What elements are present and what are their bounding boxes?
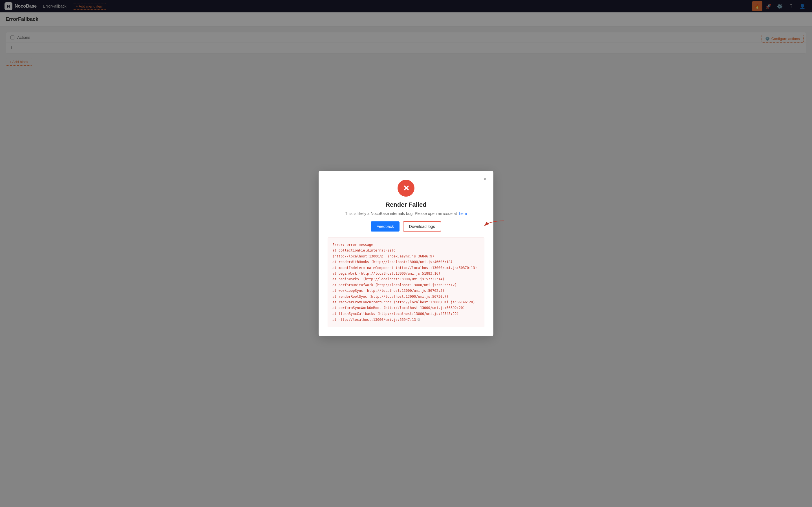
- error-log-line: at renderRootSync (http://localhost:1300…: [333, 294, 479, 299]
- error-log-line: at renderWithHooks (http://localhost:130…: [333, 259, 479, 265]
- arrow-annotation: [481, 218, 507, 232]
- copy-icon[interactable]: ⧉: [417, 317, 420, 323]
- error-log-line: Error: error message: [333, 242, 479, 247]
- modal-error-icon: ✕: [327, 180, 485, 196]
- error-log-line: at performUnitOfWork (http://localhost:1…: [333, 282, 479, 288]
- error-log-line: at flushSyncCallbacks (http://localhost:…: [333, 311, 479, 317]
- modal-subtitle: This is likely a NocoBase internals bug.…: [327, 211, 485, 216]
- download-logs-button[interactable]: Download logs: [403, 221, 441, 231]
- error-log-line: at mountIndeterminateComponent (http://l…: [333, 265, 479, 271]
- error-log-line: at workLoopSync (http://localhost:13000/…: [333, 288, 479, 293]
- modal-title: Render Failed: [327, 201, 485, 209]
- error-log-line: at CollectionFieldInternalField (http://…: [333, 247, 479, 259]
- error-circle-icon: ✕: [398, 180, 414, 196]
- modal-action-buttons: Feedback Download logs: [327, 221, 485, 231]
- error-log-area: Error: error messageat CollectionFieldIn…: [327, 237, 485, 327]
- error-log-line: at beginWork (http://localhost:13000/umi…: [333, 271, 479, 276]
- download-btn-container: Download logs: [403, 221, 441, 231]
- subtitle-text: This is likely a NocoBase internals bug.…: [345, 211, 457, 216]
- issue-link[interactable]: here: [459, 211, 467, 216]
- modal-close-button[interactable]: ×: [481, 175, 489, 183]
- feedback-button[interactable]: Feedback: [371, 221, 399, 231]
- error-modal: × ✕ Render Failed This is likely a NocoB…: [319, 171, 493, 336]
- error-log-line: at beginWork$1 (http://localhost:13000/u…: [333, 276, 479, 282]
- error-log-line: at performSyncWorkOnRoot (http://localho…: [333, 305, 479, 311]
- modal-overlay[interactable]: × ✕ Render Failed This is likely a NocoB…: [0, 0, 812, 507]
- error-log-line: at recoverFromConcurrentError (http://lo…: [333, 299, 479, 305]
- error-log-line: at http://localhost:13000/umi.js:55947:1…: [333, 317, 479, 323]
